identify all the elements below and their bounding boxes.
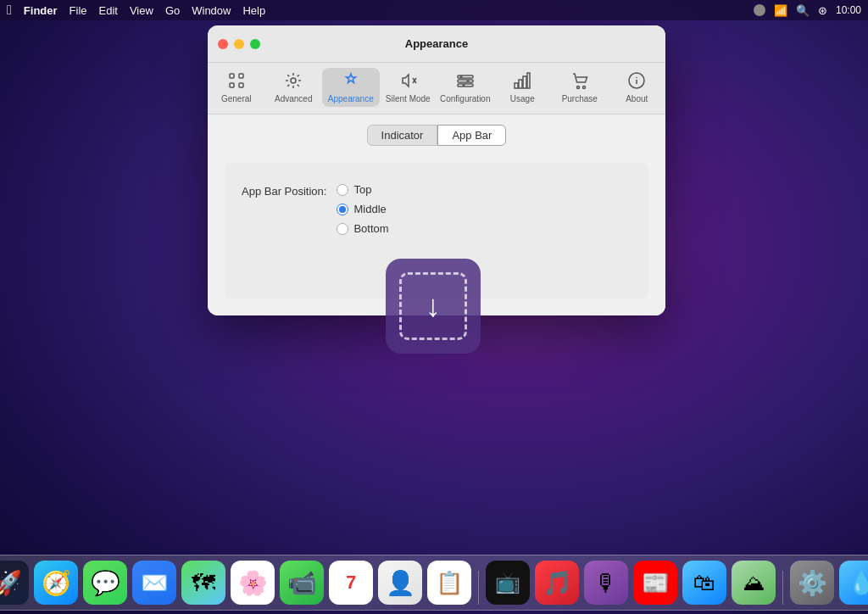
dock-music[interactable]: 🎵 — [535, 561, 579, 605]
menubar-avatar — [754, 4, 765, 16]
radio-bottom[interactable]: Bottom — [337, 222, 388, 235]
maximize-button[interactable] — [250, 39, 260, 49]
edit-menu[interactable]: Edit — [99, 4, 118, 17]
toolbar-configuration[interactable]: Configuration — [437, 68, 494, 107]
tab-appbar[interactable]: App Bar — [437, 125, 506, 146]
advanced-icon — [284, 71, 303, 92]
radio-group: Top Middle Bottom — [337, 183, 388, 235]
download-widget: ↓ — [386, 259, 481, 354]
dock-calendar[interactable]: 7 — [329, 561, 373, 605]
toolbar: General Advanced Appearance — [208, 63, 665, 114]
svg-rect-2 — [239, 74, 243, 78]
dock-mail[interactable]: ✉️ — [132, 561, 176, 605]
file-menu[interactable]: File — [70, 4, 87, 17]
about-label: About — [626, 94, 648, 103]
dock-appletv[interactable]: 📺 — [486, 561, 530, 605]
radio-middle[interactable]: Middle — [337, 203, 388, 215]
about-icon — [627, 71, 646, 92]
configuration-icon — [456, 71, 475, 92]
svg-rect-0 — [230, 74, 234, 78]
control-center-icon[interactable]: ⊛ — [818, 4, 827, 17]
svg-point-12 — [462, 84, 465, 87]
window-title: Appearance — [405, 37, 468, 50]
dock-divider — [478, 571, 479, 605]
svg-point-18 — [582, 87, 585, 89]
purchase-label: Purchase — [562, 94, 598, 103]
dock-news[interactable]: 📰 — [633, 561, 677, 605]
appearance-icon — [342, 71, 360, 92]
tab-bar: Indicator App Bar — [208, 114, 665, 146]
svg-rect-15 — [523, 76, 526, 88]
svg-point-21 — [636, 77, 637, 79]
dock-safari[interactable]: 🧭 — [34, 561, 78, 605]
radio-circle-top — [337, 184, 348, 196]
clock: 10:00 — [836, 4, 861, 16]
dock-launchpad[interactable]: 🚀 — [0, 561, 29, 605]
radio-label-middle: Middle — [353, 203, 386, 215]
menubar:  Finder File Edit View Go Window Help 📶… — [0, 0, 868, 20]
appearance-label: Appearance — [328, 94, 374, 103]
silent-label: Silent Mode — [386, 94, 431, 103]
tab-indicator[interactable]: Indicator — [367, 125, 438, 146]
dock-divider-2 — [782, 571, 783, 605]
radio-label-bottom: Bottom — [353, 222, 388, 235]
toolbar-purchase[interactable]: Purchase — [551, 68, 609, 107]
finder-menu[interactable]: Finder — [24, 4, 58, 17]
minimize-button[interactable] — [234, 39, 244, 49]
dock-facetime[interactable]: 📹 — [280, 561, 324, 605]
dock: 🔵 🚀 🧭 💬 ✉️ 🗺 🌸 📹 7 — [0, 555, 868, 611]
toolbar-about[interactable]: About — [609, 68, 666, 107]
apple-menu[interactable]:  — [7, 3, 12, 18]
svg-rect-1 — [230, 83, 234, 87]
dock-sysprefs[interactable]: ⚙️ — [790, 561, 834, 605]
svg-point-4 — [291, 78, 296, 83]
svg-rect-16 — [527, 73, 530, 88]
purchase-icon — [570, 71, 589, 92]
download-arrow-icon: ↓ — [426, 291, 441, 321]
dock-airdrop[interactable]: 💧 — [839, 561, 868, 605]
silent-icon — [398, 71, 417, 92]
svg-rect-9 — [458, 84, 473, 87]
radio-label-top: Top — [353, 183, 371, 196]
dock-maps[interactable]: 🗺 — [181, 561, 225, 605]
dock-reminders[interactable]: 📋 — [427, 561, 471, 605]
menubar-right: 📶 🔍 ⊛ 10:00 — [754, 4, 861, 17]
help-menu[interactable]: Help — [242, 4, 265, 17]
dock-appstore[interactable]: 🛍 — [682, 561, 726, 605]
radio-top[interactable]: Top — [337, 183, 388, 196]
dock-photos[interactable]: 🌸 — [231, 561, 275, 605]
toolbar-silent[interactable]: Silent Mode — [380, 68, 437, 107]
svg-rect-13 — [515, 83, 518, 88]
svg-rect-8 — [458, 80, 473, 82]
toolbar-usage[interactable]: Usage — [494, 68, 552, 107]
dock-altstore[interactable]: ⛰ — [732, 561, 776, 605]
general-label: General — [221, 94, 252, 103]
svg-point-17 — [576, 87, 579, 89]
general-icon — [227, 71, 246, 92]
window-titlebar: Appearance — [208, 25, 665, 63]
svg-rect-3 — [239, 83, 243, 87]
usage-label: Usage — [510, 94, 535, 103]
download-inner: ↓ — [399, 272, 467, 340]
close-button[interactable] — [218, 39, 228, 49]
dock-podcasts[interactable]: 🎙 — [584, 561, 628, 605]
toolbar-general[interactable]: General — [208, 68, 265, 107]
go-menu[interactable]: Go — [165, 4, 180, 17]
search-icon[interactable]: 🔍 — [796, 4, 810, 17]
radio-circle-bottom — [337, 223, 348, 235]
svg-rect-14 — [519, 80, 522, 88]
wifi-icon: 📶 — [774, 4, 787, 17]
dock-messages[interactable]: 💬 — [83, 561, 127, 605]
usage-icon — [513, 71, 531, 92]
toolbar-advanced[interactable]: Advanced — [265, 68, 323, 107]
svg-point-11 — [466, 80, 469, 82]
configuration-label: Configuration — [440, 94, 490, 103]
view-menu[interactable]: View — [130, 4, 153, 17]
position-label: App Bar Position: — [242, 183, 326, 198]
dock-contacts[interactable]: 👤 — [378, 561, 422, 605]
menubar-left:  Finder File Edit View Go Window Help — [7, 3, 265, 18]
advanced-label: Advanced — [275, 94, 312, 103]
toolbar-appearance[interactable]: Appearance — [322, 68, 380, 107]
window-menu[interactable]: Window — [192, 4, 231, 17]
position-row: App Bar Position: Top Middle — [242, 183, 632, 235]
